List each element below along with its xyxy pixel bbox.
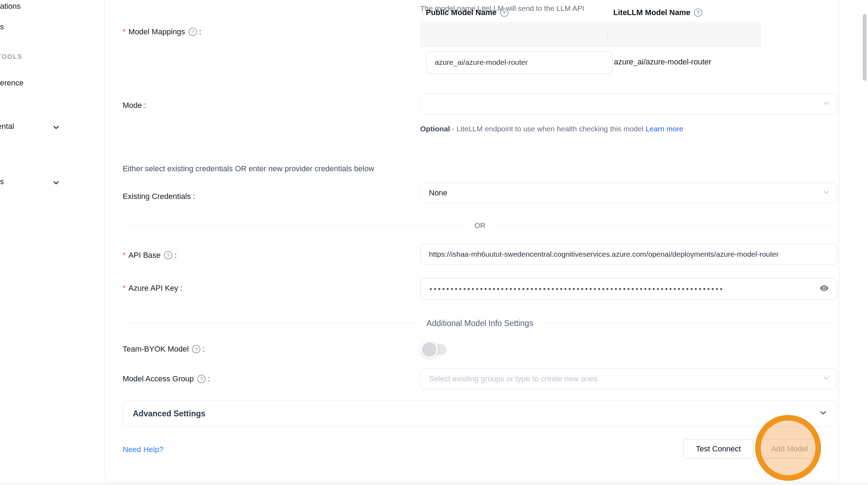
model-access-group-label: Model Access Group ? : bbox=[123, 374, 210, 383]
sidebar-item-reference[interactable]: erence bbox=[0, 78, 23, 88]
mode-label: Mode : bbox=[123, 101, 146, 110]
sidebar-item-1[interactable]: s bbox=[0, 22, 4, 32]
sidebar-item-label: erence bbox=[0, 78, 23, 87]
add-model-button[interactable]: Add Model bbox=[760, 439, 819, 459]
sidebar-item-organizations[interactable]: ations bbox=[0, 2, 21, 11]
help-icon[interactable]: ? bbox=[192, 345, 200, 353]
learn-more-link[interactable]: Learn more bbox=[645, 125, 683, 133]
existing-credentials-value: None bbox=[429, 188, 447, 198]
litellm-model-name-value: azure_ai/azure-model-router bbox=[614, 57, 711, 67]
existing-credentials-label: Existing Credentials : bbox=[123, 192, 195, 201]
chevron-down-icon bbox=[822, 188, 831, 198]
azure-api-key-input[interactable]: ••••••••••••••••••••••••••••••••••••••••… bbox=[420, 278, 837, 300]
or-text: OR bbox=[474, 221, 486, 230]
need-help-link[interactable]: Need Help? bbox=[123, 445, 163, 454]
existing-credentials-select[interactable]: None bbox=[420, 183, 837, 203]
model-mappings-table-header bbox=[420, 22, 761, 47]
public-model-name-input[interactable] bbox=[426, 51, 613, 74]
advanced-settings-panel[interactable]: Advanced Settings bbox=[123, 400, 837, 427]
model-access-group-select[interactable]: Select existing groups or type to create… bbox=[420, 368, 837, 389]
additional-info-divider: Additional Model Info Settings bbox=[123, 319, 837, 328]
add-model-page: ations s TOOLS erence mental s The model… bbox=[0, 0, 868, 485]
chevron-down-icon bbox=[822, 374, 831, 384]
chevron-down-icon[interactable] bbox=[52, 123, 60, 133]
page-bottom-strip bbox=[0, 482, 868, 485]
help-icon[interactable]: ? bbox=[189, 28, 197, 36]
sidebar-section-tools: TOOLS bbox=[0, 53, 22, 61]
chevron-down-icon[interactable] bbox=[52, 179, 60, 188]
required-asterisk: * bbox=[123, 251, 126, 260]
sidebar-item-experimental[interactable]: mental bbox=[0, 122, 14, 131]
column-header-public-model-name: Public Model Name ? bbox=[426, 0, 508, 25]
team-byok-label: Team-BYOK Model ? : bbox=[123, 345, 205, 354]
sidebar-item-settings[interactable]: s bbox=[0, 177, 4, 186]
eye-icon[interactable] bbox=[819, 283, 829, 295]
additional-info-title: Additional Model Info Settings bbox=[426, 319, 533, 328]
chevron-down-icon bbox=[819, 408, 828, 419]
model-access-group-placeholder: Select existing groups or type to create… bbox=[429, 374, 597, 383]
scrollbar-thumb[interactable] bbox=[863, 14, 867, 81]
sidebar-item-label: ations bbox=[0, 2, 21, 11]
team-byok-toggle[interactable] bbox=[421, 340, 453, 359]
column-header-litellm-model-name: LiteLLM Model Name ? bbox=[613, 0, 702, 25]
mode-helper-text: Optional - LiteLLM endpoint to use when … bbox=[420, 122, 715, 136]
masked-api-key-value: ••••••••••••••••••••••••••••••••••••••••… bbox=[430, 285, 724, 293]
help-icon[interactable]: ? bbox=[500, 8, 508, 17]
required-asterisk: * bbox=[123, 284, 126, 293]
sidebar-item-label: s bbox=[0, 177, 4, 186]
help-icon[interactable]: ? bbox=[694, 8, 702, 17]
api-base-label: * API Base ? : bbox=[123, 251, 177, 260]
advanced-settings-title: Advanced Settings bbox=[133, 409, 205, 418]
azure-api-key-label: * Azure API Key : bbox=[123, 284, 183, 293]
column-divider bbox=[607, 28, 608, 41]
or-divider: OR bbox=[123, 221, 837, 230]
help-icon[interactable]: ? bbox=[197, 375, 206, 383]
credentials-note: Either select existing credentials OR en… bbox=[123, 164, 374, 173]
api-base-input[interactable] bbox=[420, 244, 837, 265]
sidebar-item-label: mental bbox=[0, 122, 14, 131]
test-connect-button[interactable]: Test Connect bbox=[683, 439, 753, 459]
required-asterisk: * bbox=[123, 27, 126, 36]
mode-select[interactable] bbox=[420, 94, 837, 114]
help-icon[interactable]: ? bbox=[164, 251, 172, 259]
sidebar-item-label: s bbox=[0, 22, 4, 31]
chevron-down-icon bbox=[822, 99, 831, 109]
model-mappings-label: * Model Mappings ? : bbox=[123, 27, 201, 36]
toggle-knob bbox=[421, 341, 438, 358]
